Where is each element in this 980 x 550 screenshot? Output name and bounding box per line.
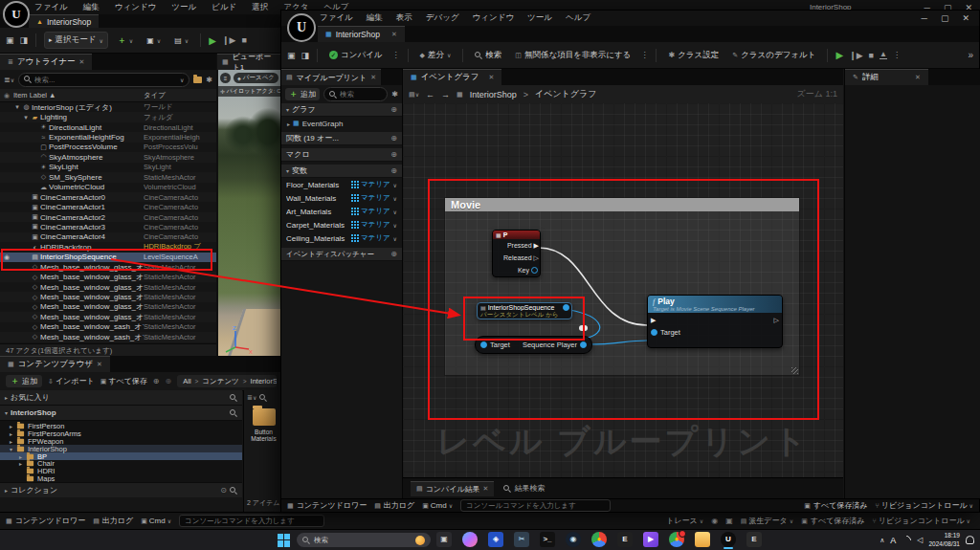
actor-label[interactable]: SkyLight (49, 163, 144, 171)
outliner-row[interactable]: ▣CineCameraActor4CineCameraActo (0, 232, 216, 242)
outliner-row[interactable]: ◇Mesh_base_window_glass_オブジェStaticMeshAc… (0, 302, 216, 312)
outliner-row[interactable]: ◇Mesh_base_window_glass_オブジェStaticMeshAc… (0, 262, 216, 272)
epic-games-icon[interactable]: E (617, 532, 633, 547)
close-icon[interactable]: ✕ (489, 74, 495, 81)
frame-skip-icon[interactable]: ❙▶ (222, 35, 235, 45)
nav-back-icon[interactable]: ← (426, 90, 434, 99)
actor-label[interactable]: PostProcessVolume (49, 143, 144, 151)
add-function-icon[interactable]: ⊕ (390, 134, 397, 143)
actor-label[interactable]: ExponentialHeightFog (49, 133, 144, 142)
project-root-header[interactable]: ▾InteriorShop (0, 406, 242, 421)
import-button[interactable]: ⇩インポート (48, 376, 95, 386)
sequence-output-pin[interactable] (563, 304, 569, 311)
forward-icon[interactable]: ⊕ (166, 377, 172, 385)
expander-icon[interactable]: ▸ (19, 460, 26, 467)
breadcrumb-item[interactable]: InteriorS (251, 377, 277, 385)
outliner-row[interactable]: ≈ExponentialHeightFogExponentialHeigh (0, 132, 216, 142)
content-tree-item[interactable]: Maps (0, 475, 242, 482)
back-icon[interactable]: ⊕ (153, 377, 160, 385)
copilot-icon[interactable] (462, 532, 478, 547)
expander-icon[interactable]: ▸ (10, 430, 16, 437)
variable-row[interactable]: Art_Materialsマテリア∨ (281, 205, 402, 218)
file-explorer-icon[interactable] (695, 532, 710, 547)
actor-label[interactable]: InteriorShop (エディタ) (32, 102, 144, 113)
add-dispatcher-icon[interactable]: ⊕ (390, 250, 397, 258)
bp-menu-3[interactable]: デバッグ (426, 12, 459, 24)
breadcrumb-item[interactable]: All (183, 377, 190, 385)
clock[interactable]: 18:192024/08/31 (928, 532, 960, 547)
save-all-button[interactable]: ▣すべて保存 (100, 376, 147, 386)
start-button[interactable] (278, 534, 291, 547)
search-icon[interactable] (230, 409, 237, 417)
collections-header[interactable]: ▸コレクション ⊙ (0, 482, 242, 497)
my-blueprint-tab[interactable]: ▤マイブループリント ✕ (281, 69, 381, 85)
variable-options-icon[interactable]: ∨ (393, 195, 397, 202)
close-icon[interactable]: ✕ (915, 74, 921, 81)
breadcrumb-item[interactable]: コンテンツ (202, 377, 238, 386)
wifi-icon[interactable] (900, 533, 913, 546)
stop-icon[interactable]: ■ (241, 35, 246, 45)
content-tree-item-selected[interactable]: ▸BP (0, 452, 242, 460)
actor-label[interactable]: SM_SkySphere (49, 173, 144, 182)
actor-type[interactable]: HDRIBackdrop ブ (144, 242, 216, 252)
diff-button[interactable]: ◆差分∨ (416, 48, 456, 63)
bp-menu-6[interactable]: ヘルプ (566, 12, 590, 24)
actor-label[interactable]: SkyAtmosphere (49, 153, 144, 162)
variable-name[interactable]: Wall_Materials (286, 194, 351, 203)
visibility-eye-icon[interactable]: ◉ (0, 253, 13, 261)
sequence-player-output-pin[interactable] (580, 341, 587, 348)
level-tab[interactable]: ▲ InteriorShop (29, 14, 99, 28)
graph-options-icon[interactable]: ▤∨ (409, 91, 419, 99)
close-icon[interactable]: ✕ (79, 58, 85, 66)
variables-section-header[interactable]: ▾変数⊕ (281, 165, 402, 178)
all-saved-status[interactable]: ▣すべて保存済み (804, 500, 867, 511)
volume-icon[interactable]: ◁ (917, 536, 923, 544)
variable-row[interactable]: Carpet_Materialsマテリア∨ (281, 218, 402, 231)
tray-expand-icon[interactable]: ∧ (880, 537, 884, 544)
outliner-row[interactable]: ▣CineCameraActor1CineCameraActo (0, 202, 216, 211)
output-log-button[interactable]: ▤出力ログ (93, 516, 133, 526)
outliner-row[interactable]: ▾◍InteriorShop (エディタ)ワールド (0, 102, 216, 112)
add-new-button[interactable]: ＋追加 (285, 88, 320, 100)
actor-label[interactable]: Mesh_base_window_glass_オブジェ (40, 312, 144, 322)
event-graph-item[interactable]: ▸▦EventGraph (281, 117, 402, 130)
variable-row[interactable]: Wall_Materialsマテリア∨ (281, 191, 402, 205)
snipping-tool-icon[interactable]: ✂ (514, 532, 529, 547)
actor-label[interactable]: Mesh_base_window_sash_オブジェ (40, 321, 144, 332)
sequence-reference-node[interactable]: ▤ InteriorShopSequence パーシスタントレベル から (477, 302, 572, 319)
taskbar-search[interactable]: 検索 (297, 533, 431, 547)
wire-knot[interactable] (579, 325, 588, 331)
select-mode-button[interactable]: ▸ 選択モード∨ (44, 32, 108, 49)
content-tree-item[interactable]: ▾InteriorShop (0, 445, 242, 452)
nav-forward-icon[interactable]: → (441, 90, 450, 99)
outliner-row[interactable]: ▢PostProcessVolumePostProcessVolu (0, 143, 216, 152)
eye-icon[interactable]: ◉ (711, 517, 718, 525)
target-input-pin[interactable] (480, 341, 487, 348)
viewport-menu-icon[interactable]: ≡ (220, 73, 231, 83)
bp-menu-5[interactable]: ツール (527, 12, 552, 24)
content-drawer-button[interactable]: ▦コンテンツドロワー (6, 516, 85, 526)
actor-label[interactable]: Mesh_base_window_glass_オブジェ (40, 272, 144, 282)
outliner-row[interactable]: ▣CineCameraActor2CineCameraActo (0, 212, 216, 222)
outliner-row[interactable]: ◇Mesh_base_window_glass_オブジェStaticMeshAc… (0, 272, 216, 281)
variable-options-icon[interactable]: ∨ (393, 209, 397, 215)
actor-label[interactable]: Mesh_base_window_glass_オブジェ (40, 282, 144, 293)
maximize-button[interactable]: ▢ (941, 13, 949, 23)
outliner-col-type[interactable]: タイプ (144, 91, 216, 100)
new-folder-icon[interactable] (193, 77, 202, 83)
revision-control-dropdown[interactable]: ⑂リビジョンコントロール∨ (873, 516, 970, 526)
expander-icon[interactable]: ▸ (10, 438, 16, 445)
media-player-icon[interactable]: ▶ (643, 532, 658, 547)
actor-label[interactable]: Mesh_base_window_glass_オブジェ (40, 301, 144, 312)
close-icon[interactable]: ✕ (391, 31, 397, 38)
dispatchers-section-header[interactable]: イベントディスパッチャー⊕ (281, 248, 402, 261)
actor-label[interactable]: CineCameraActor0 (40, 193, 144, 202)
outliner-tab[interactable]: ≣ アウトライナー ✕ (0, 54, 92, 70)
outliner-row[interactable]: ◇Mesh_base_window_sash_オブジェStaticMeshAct… (0, 322, 216, 332)
add-actor-button[interactable]: ＋∨ (114, 33, 137, 49)
add-macro-icon[interactable]: ⊕ (390, 150, 397, 159)
perspective-button[interactable]: ◈パースペク (234, 73, 278, 83)
all-saved-status[interactable]: ▣すべて保存済み (801, 516, 864, 526)
play-exec-in-pin[interactable]: ▶ (651, 317, 656, 323)
outliner-row[interactable]: ◐HDRIBackdropHDRIBackdrop ブ (0, 242, 216, 252)
